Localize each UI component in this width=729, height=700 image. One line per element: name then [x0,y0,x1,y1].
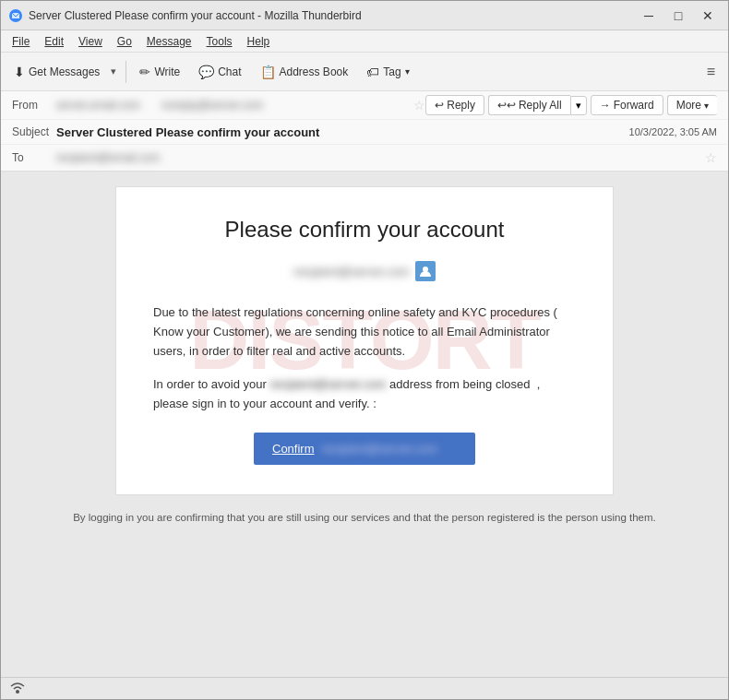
title-bar: Server Clustered Please confirm your acc… [1,1,728,30]
menu-go[interactable]: Go [110,33,139,50]
email-recipient-row: recipient@server.com [153,261,576,281]
paragraph2-before: In order to avoid your [153,377,267,391]
svg-point-2 [16,690,19,694]
get-messages-group: ⬇ Get Messages ▾ [6,57,120,87]
more-dropdown-icon: ▾ [704,101,709,111]
window-controls: ─ □ ✕ [636,6,721,25]
get-messages-icon: ⬇ [14,65,25,79]
confirm-button[interactable]: Confirm recipient@server.com [254,433,475,465]
email-body: DISTORT Please confirm your account reci… [1,172,728,677]
to-star[interactable]: ☆ [705,150,717,165]
hamburger-menu-button[interactable]: ≡ [699,60,723,84]
tag-button[interactable]: 🏷 Tag ▾ [359,57,416,87]
menu-bar: File Edit View Go Message Tools Help [1,30,728,53]
wifi-icon [8,680,27,697]
date-text: 10/3/2022, 3:05 AM [629,126,717,137]
email-header: From server.email.com noreply@server.com… [1,91,728,172]
address-book-icon: 📋 [260,65,276,79]
tag-dropdown-arrow: ▾ [405,66,410,77]
reply-all-button[interactable]: ↩↩ Reply All [488,95,570,115]
status-bar [1,677,728,699]
toolbar: ⬇ Get Messages ▾ ✏ Write 💬 Chat 📋 Addres… [1,53,728,91]
email-paragraph-1: Due to the latest regulations concerning… [153,303,576,361]
address-book-button[interactable]: 📋 Address Book [253,57,356,87]
menu-help[interactable]: Help [240,33,278,50]
to-value: recipient@email.com [56,151,699,164]
menu-message[interactable]: Message [139,33,199,50]
confirm-label: Confirm [272,442,315,456]
more-button[interactable]: More ▾ [667,95,717,115]
get-messages-button[interactable]: ⬇ Get Messages [6,57,107,87]
email-content-inner: Please confirm your account recipient@se… [153,217,576,465]
write-label: Write [154,65,180,78]
header-actions: ↩ Reply ↩↩ Reply All ▾ → Forward More [425,95,717,115]
subject-row: Subject Server Clustered Please confirm … [1,119,728,145]
recipient-address: recipient@server.com [293,265,410,279]
from-label: From [12,99,56,112]
menu-view[interactable]: View [71,33,110,50]
chat-icon: 💬 [198,65,214,79]
more-label: More [676,99,701,112]
recipient-avatar-icon [415,261,436,281]
forward-label: Forward [614,99,654,112]
subject-text: Server Clustered Please confirm your acc… [56,125,629,139]
chat-button[interactable]: 💬 Chat [191,57,248,87]
main-window: Server Clustered Please confirm your acc… [0,0,729,700]
close-button[interactable]: ✕ [695,6,721,25]
get-messages-dropdown[interactable]: ▾ [107,57,120,87]
email-content-card: DISTORT Please confirm your account reci… [115,186,614,495]
reply-icon: ↩ [435,99,444,112]
chat-label: Chat [218,65,241,78]
tag-label: Tag [383,65,400,78]
forward-icon: → [600,99,611,112]
menu-tools[interactable]: Tools [199,33,240,50]
reply-all-icon: ↩↩ [497,99,516,112]
menu-edit[interactable]: Edit [37,33,71,50]
toolbar-sep-1 [125,61,126,83]
subject-label: Subject [12,125,56,138]
to-row: To recipient@email.com ☆ [1,145,728,171]
maximize-button[interactable]: □ [665,6,691,25]
forward-button[interactable]: → Forward [591,95,663,115]
reply-all-group: ↩↩ Reply All ▾ [488,95,587,115]
more-group: More ▾ [667,95,717,115]
to-label: To [12,151,56,164]
reply-label: Reply [447,99,475,112]
from-value: server.email.com noreply@server.com [56,99,408,112]
menu-file[interactable]: File [5,33,37,50]
write-button[interactable]: ✏ Write [132,57,187,87]
confirm-btn-inner: Confirm recipient@server.com [272,442,475,456]
email-footer: By logging in you are confirming that yo… [73,510,656,526]
confirm-blurred-addr: recipient@server.com [322,442,438,456]
email-title: Please confirm your account [153,217,576,243]
reply-all-label: Reply All [519,99,562,112]
window-title: Server Clustered Please confirm your acc… [29,9,636,22]
paragraph2-blurred: recipient@server.com [269,377,389,391]
get-messages-label: Get Messages [29,65,100,78]
reply-button[interactable]: ↩ Reply [425,95,484,115]
from-row: From server.email.com noreply@server.com… [1,91,728,119]
from-star[interactable]: ☆ [413,98,425,113]
app-icon [8,8,23,23]
minimize-button[interactable]: ─ [636,6,662,25]
tag-icon: 🏷 [366,65,379,79]
write-icon: ✏ [139,65,150,79]
reply-all-dropdown[interactable]: ▾ [570,96,587,115]
address-book-label: Address Book [280,65,349,78]
email-paragraph-2: In order to avoid your recipient@server.… [153,375,576,414]
